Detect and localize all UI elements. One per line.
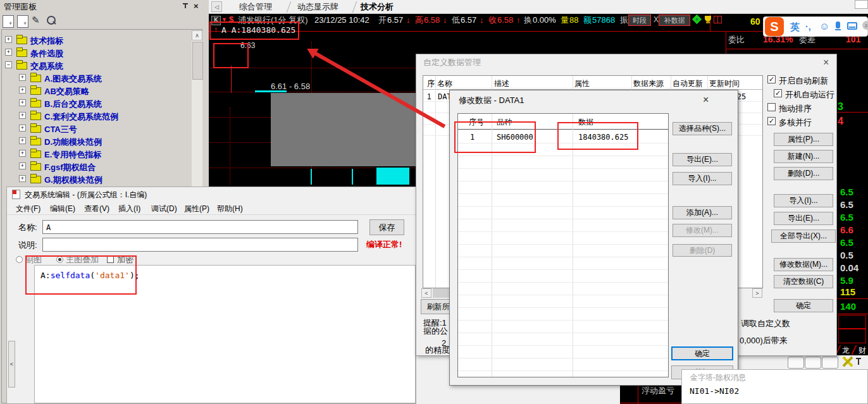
quote-value: 0.04 [840,262,859,273]
col-header: 自动更新 [673,80,703,88]
popup-body: NI01->NI02 [690,387,739,396]
keyboard-icon[interactable] [847,22,857,30]
popup-title: 金字塔-除权消息 [690,374,746,382]
scroll-left-icon[interactable]: < [421,288,431,298]
manager-dialog-title: 自定义数据管理 [423,58,481,67]
sogou-logo-icon[interactable]: S [765,17,784,36]
stock-code-partial: 60 [750,17,760,27]
language-toggle[interactable]: 英 [790,22,800,33]
expand-icon[interactable]: + [5,49,12,56]
bottom-toolbar-button[interactable] [805,357,821,369]
menu-debug[interactable]: 调试(D) [151,204,177,214]
properties-button[interactable]: 属性(P)... [774,133,833,146]
new-formula-icon[interactable]: + [3,15,14,28]
col-header: 属性 [574,80,590,88]
scroll-right-icon[interactable]: > [752,288,762,298]
manager-ok-button[interactable]: 确定 [774,299,833,312]
quote-value: 6.5 [840,187,853,197]
bid-price-digit: 4 [838,116,843,127]
menu-properties[interactable]: 属性(P) [184,204,209,214]
low-label: 低 [452,16,460,25]
pin-icon[interactable] [182,3,189,10]
quote-cell [838,329,866,343]
scrollbar-thumb[interactable] [192,42,203,80]
export-button[interactable]: 导出(E)... [774,212,833,225]
auto-run-checkbox[interactable]: ✓ [774,89,782,97]
mic-icon[interactable] [836,21,840,28]
signal-up-arrow-icon: ↑ [214,26,218,34]
export-all-button[interactable]: 全部导出(X)... [771,230,836,243]
tab-dynamic-board[interactable]: 动态显示牌 [297,3,338,11]
emoji-icon[interactable]: ☺ [819,21,829,32]
auto-refresh-label[interactable]: 开启自动刷新 [779,77,828,85]
weibi-label: 委比 [728,35,745,44]
menu-file[interactable]: 文件(F) [16,204,40,214]
tab-technical-analysis[interactable]: 技术分析 [361,3,394,11]
menu-edit[interactable]: 编辑(E) [50,204,75,214]
editor-title: 交易系统编辑 - (所属公式组：I.自编) [25,191,147,199]
collapse-handle[interactable]: < [8,341,15,388]
period-button[interactable]: 时段 [629,15,650,25]
modify-data-button[interactable]: 修改数据(M)... [774,258,833,271]
bottom-toolbar-button[interactable] [788,357,804,369]
close-icon[interactable]: × [194,2,199,11]
quote-value: 115 [840,286,855,297]
search-icon[interactable] [47,16,56,25]
export-button[interactable]: 导出(E)... [673,153,732,166]
name-input[interactable]: A [42,220,358,234]
description-input[interactable] [42,238,358,252]
menu-help[interactable]: 帮助(H) [217,204,243,214]
folder-icon [16,62,27,70]
drag-sort-checkbox[interactable] [767,103,776,111]
separator-x: X [654,16,659,24]
tab-scroll-left-icon[interactable]: ◁ [211,1,222,12]
folder-icon [30,75,41,82]
description-label: 说明: [18,241,37,250]
volume-label: 量 [561,16,569,25]
restore-window-icon[interactable] [714,16,722,23]
select-symbol-button[interactable]: 选择品种(S)... [673,122,732,135]
quote-value: 6.5 [840,199,853,210]
new-button[interactable]: 新建(N)... [774,150,833,163]
user-24-icon[interactable]: 24 [862,21,868,30]
tab-dragon[interactable]: 龙 [842,346,850,355]
drag-sort-label[interactable]: 拖动排序 [779,104,812,113]
edit-icon[interactable]: ✎ [32,15,40,26]
bottom-toolbar-button[interactable] [822,357,838,369]
ok-button[interactable]: 确定 [671,346,733,360]
fill-data-button[interactable]: 补数据 [659,15,690,25]
col-header: 数据来源 [633,80,664,88]
menu-view[interactable]: 查看(V) [84,204,109,214]
punctuation-toggle[interactable]: ·, [805,22,811,32]
turnover-label: 换 [524,16,532,25]
folder-icon [30,176,41,183]
tab-integrated-management[interactable]: 综合管理 [239,3,272,11]
close-icon[interactable]: × [703,94,709,106]
signal-line [231,66,232,93]
multicore-checkbox[interactable]: ✓ [767,117,776,125]
scroll-up-icon[interactable]: ∧ [192,30,202,40]
high-value: 6.58 [424,16,440,25]
delete-button[interactable]: 删除(D)... [774,167,833,180]
menu-insert[interactable]: 插入(I) [118,204,140,214]
add-button[interactable]: 添加(A)... [673,206,732,219]
annotation-box-signal [213,43,249,68]
auto-refresh-checkbox[interactable]: ✓ [767,75,776,83]
row-index[interactable]: 1 [427,93,431,101]
save-button[interactable]: 保存 [369,219,404,235]
collapse-icon[interactable]: − [5,61,12,68]
close-icon[interactable]: × [823,57,829,68]
quote-value: 140 [840,301,856,312]
clear-data-button[interactable]: 清空数据(C) [774,275,833,288]
bottom-toolbar [738,355,868,369]
auto-run-label[interactable]: 开机自动运行 [785,90,834,99]
radio-sub-chart[interactable] [16,256,23,263]
low-value: 6.57 [461,16,476,25]
delete-button: 删除(D) [673,244,732,257]
tab-finance[interactable]: 财 [859,346,866,355]
import-button[interactable]: 导入(I)... [673,172,732,185]
import-button[interactable]: 导入(I)... [774,194,833,207]
expand-icon[interactable]: + [5,36,12,43]
multicore-label[interactable]: 多核并行 [779,118,812,127]
new-group-icon[interactable]: + [17,15,28,28]
